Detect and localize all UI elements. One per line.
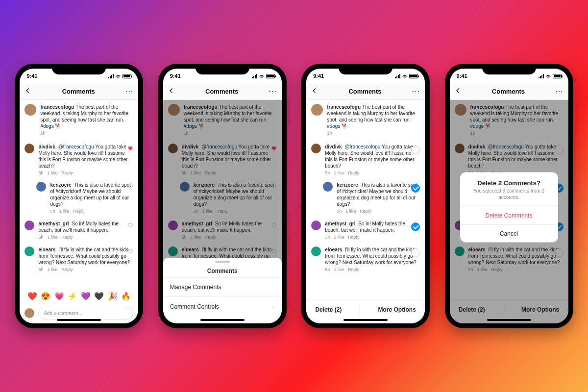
like-button[interactable]: [271, 184, 277, 190]
reply-button[interactable]: Reply: [61, 267, 73, 273]
reply-button[interactable]: Reply: [348, 171, 359, 176]
avatar[interactable]: [24, 144, 34, 153]
back-button[interactable]: [311, 87, 318, 96]
post-hashtag[interactable]: #dogs: [470, 123, 484, 129]
more-button[interactable]: ···: [412, 88, 420, 96]
comment-username[interactable]: divdivk: [468, 144, 485, 149]
avatar[interactable]: [24, 104, 36, 116]
select-checkbox[interactable]: [411, 248, 420, 257]
mention[interactable]: @francescofogu: [488, 144, 524, 149]
post-username[interactable]: francescofogu: [327, 104, 361, 110]
reply-button[interactable]: Reply: [205, 235, 216, 241]
comment-username[interactable]: eloears: [325, 247, 342, 252]
emoji-quick-🎉[interactable]: 🎉: [108, 292, 118, 301]
like-button[interactable]: [271, 222, 277, 229]
comment-likes[interactable]: 1 like: [191, 171, 201, 176]
avatar[interactable]: [311, 246, 321, 256]
avatar[interactable]: [24, 220, 34, 230]
comment-likes[interactable]: 1 like: [477, 267, 488, 273]
reply-button[interactable]: Reply: [217, 209, 228, 215]
post-hashtag[interactable]: #dogs: [327, 123, 340, 129]
avatar[interactable]: [311, 220, 321, 230]
emoji-quick-💜[interactable]: 💜: [81, 292, 91, 301]
comment-likes[interactable]: 1 like: [202, 209, 213, 215]
more-options-button[interactable]: More Options: [378, 306, 416, 313]
avatar[interactable]: [455, 104, 466, 116]
more-options-button[interactable]: More Options: [521, 306, 559, 313]
reply-button[interactable]: Reply: [61, 235, 73, 241]
alert-cancel-button[interactable]: Cancel: [460, 224, 558, 242]
comment-row[interactable]: kenzoere This is also a favorite spot of…: [163, 179, 282, 218]
comment-username[interactable]: amethyst_grl: [325, 221, 355, 226]
avatar[interactable]: [168, 246, 178, 256]
delete-selected-button[interactable]: Delete (2): [459, 306, 485, 313]
avatar[interactable]: [168, 220, 178, 230]
emoji-quick-🔥[interactable]: 🔥: [121, 292, 131, 301]
comment-row[interactable]: eloears I'll fly in with the cat and the…: [450, 244, 568, 276]
reply-button[interactable]: Reply: [205, 171, 216, 176]
comment-row[interactable]: divdivk @francescofogu You gotta take Mo…: [163, 141, 282, 179]
reply-button[interactable]: Reply: [491, 267, 503, 273]
comment-username[interactable]: eloears: [468, 247, 486, 252]
comment-likes[interactable]: 1 like: [334, 267, 344, 273]
comment-row[interactable]: kenzoere This is also a favorite spot of…: [306, 179, 425, 218]
mention[interactable]: @francescofogu: [58, 144, 94, 149]
avatar[interactable]: [24, 246, 34, 256]
sheet-comment-controls[interactable]: Comment Controls›: [163, 296, 282, 317]
avatar[interactable]: [168, 144, 178, 153]
home-indicator[interactable]: [57, 319, 101, 321]
like-button[interactable]: [271, 146, 277, 152]
alert-delete-button[interactable]: Delete Comments: [460, 206, 558, 224]
comment-likes[interactable]: 1 like: [191, 235, 201, 241]
comment-likes[interactable]: 1 like: [47, 171, 57, 176]
comment-username[interactable]: eloears: [182, 247, 199, 252]
like-button[interactable]: [128, 146, 133, 152]
sheet-handle[interactable]: [215, 261, 230, 263]
delete-selected-button[interactable]: Delete (2): [315, 306, 342, 313]
comment-row[interactable]: amethyst_grl So in! Molly hates the beac…: [306, 218, 425, 244]
avatar[interactable]: [455, 144, 465, 153]
comment-username[interactable]: divdivk: [38, 144, 55, 149]
comment-likes[interactable]: 1 like: [47, 267, 57, 273]
avatar[interactable]: [311, 144, 321, 153]
emoji-quick-❤️[interactable]: ❤️: [27, 292, 37, 301]
comment-likes[interactable]: 1 like: [334, 171, 344, 176]
avatar[interactable]: [168, 104, 180, 116]
post-username[interactable]: francescofogu: [184, 104, 218, 110]
emoji-quick-💗[interactable]: 💗: [54, 292, 64, 301]
comment-username[interactable]: kenzoere: [194, 182, 215, 188]
comment-row[interactable]: eloears I'll fly in with the cat and the…: [306, 244, 425, 276]
back-button[interactable]: [168, 87, 175, 96]
comment-row[interactable]: amethyst_grl So in! Molly hates the beac…: [163, 218, 282, 244]
comment-row[interactable]: divdivk @francescofogu You gotta take Mo…: [306, 141, 425, 179]
sheet-manage-comments[interactable]: Manage Comments: [163, 277, 282, 296]
comment-username[interactable]: amethyst_grl: [182, 221, 212, 226]
post-username[interactable]: francescofogu: [470, 104, 504, 110]
like-button[interactable]: [271, 248, 277, 255]
comment-username[interactable]: divdivk: [325, 144, 342, 149]
emoji-quick-⚡[interactable]: ⚡: [68, 292, 77, 301]
reply-button[interactable]: Reply: [61, 171, 73, 176]
reply-button[interactable]: Reply: [360, 209, 371, 215]
avatar[interactable]: [311, 104, 323, 116]
comment-username[interactable]: amethyst_grl: [38, 221, 69, 226]
post-hashtag[interactable]: #dogs: [40, 123, 53, 129]
avatar[interactable]: [180, 182, 190, 192]
home-indicator[interactable]: [343, 319, 388, 321]
reply-button[interactable]: Reply: [348, 267, 359, 273]
home-indicator[interactable]: [200, 319, 245, 321]
comment-row[interactable]: eloears I'll fly in with the cat and the…: [20, 244, 138, 276]
comment-likes[interactable]: 1 like: [59, 209, 69, 215]
comment-username[interactable]: kenzoere: [50, 182, 71, 188]
comment-likes[interactable]: 1 like: [345, 209, 356, 215]
comment-row[interactable]: amethyst_grl So in! Molly hates the beac…: [20, 218, 138, 244]
post-hashtag[interactable]: #dogs: [184, 123, 197, 129]
post-username[interactable]: francescofogu: [40, 104, 74, 110]
reply-button[interactable]: Reply: [73, 209, 84, 215]
mention[interactable]: @francescofogu: [344, 144, 380, 149]
more-button[interactable]: ···: [125, 88, 133, 96]
back-button[interactable]: [455, 87, 462, 96]
avatar[interactable]: [455, 246, 465, 256]
comment-username[interactable]: eloears: [38, 247, 55, 252]
comment-input[interactable]: Add a comment...: [38, 307, 133, 319]
